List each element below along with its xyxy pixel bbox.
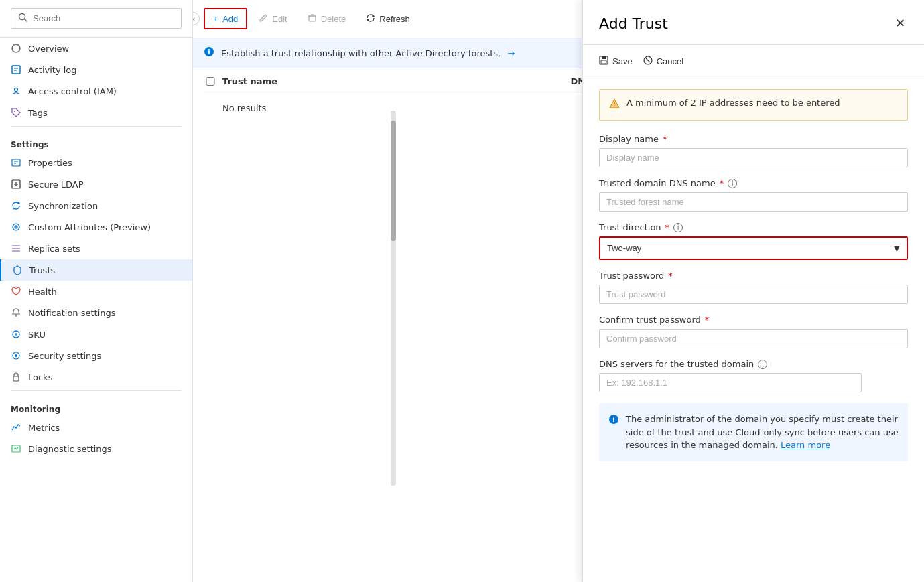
- sidebar-nav: Overview Activity log Access control (IA…: [0, 38, 192, 582]
- confirm-password-label: Confirm trust password *: [599, 315, 908, 325]
- delete-button[interactable]: Delete: [299, 9, 355, 29]
- sidebar-item-sku[interactable]: SKU: [0, 323, 192, 345]
- dns-servers-input[interactable]: [599, 373, 862, 392]
- sidebar-item-overview[interactable]: Overview: [0, 38, 192, 59]
- svg-rect-29: [602, 56, 606, 59]
- locks-icon: [11, 372, 21, 382]
- trust-password-input[interactable]: [599, 285, 908, 304]
- sidebar-label-sku: SKU: [28, 330, 46, 340]
- trusted-domain-group: Trusted domain DNS name * i: [599, 178, 908, 212]
- svg-text:i: i: [612, 416, 614, 423]
- trusted-domain-label: Trusted domain DNS name * i: [599, 178, 908, 188]
- svg-point-7: [14, 111, 15, 112]
- sidebar-item-access-control[interactable]: Access control (IAM): [0, 80, 192, 102]
- warning-banner: ! A minimum of 2 IP addresses need to be…: [599, 89, 908, 121]
- select-all-checkbox[interactable]: [204, 77, 217, 86]
- replica-icon: [11, 243, 21, 254]
- security-icon: [11, 350, 21, 361]
- sidebar-label-activity-log: Activity log: [28, 65, 77, 75]
- svg-rect-3: [12, 66, 20, 74]
- metrics-icon: [11, 422, 21, 433]
- refresh-button[interactable]: Refresh: [357, 9, 419, 29]
- edit-label: Edit: [272, 14, 287, 24]
- search-section: [0, 0, 192, 38]
- sidebar-label-security-settings: Security settings: [28, 351, 101, 361]
- search-input[interactable]: [33, 13, 174, 23]
- sidebar-item-notification-settings[interactable]: Notification settings: [0, 302, 192, 323]
- dns-servers-info-icon[interactable]: i: [758, 360, 767, 369]
- custom-icon: [11, 222, 21, 232]
- svg-rect-19: [13, 376, 19, 381]
- add-trust-panel: Add Trust ✕ Save Cancel: [582, 0, 924, 582]
- panel-save-button[interactable]: Save: [599, 53, 633, 70]
- sidebar-item-health[interactable]: Health: [0, 281, 192, 302]
- sidebar-item-replica-sets[interactable]: Replica sets: [0, 238, 192, 259]
- notif-icon: [11, 307, 21, 318]
- info-box-text: The administrator of the domain you spec…: [626, 413, 899, 452]
- svg-text:!: !: [613, 101, 616, 108]
- sidebar-item-activity-log[interactable]: Activity log: [0, 59, 192, 80]
- edit-icon: [259, 13, 268, 25]
- trust-direction-info-icon[interactable]: i: [673, 223, 683, 232]
- delete-icon: [308, 13, 317, 25]
- sidebar-item-locks[interactable]: Locks: [0, 366, 192, 388]
- sidebar-item-secure-ldap[interactable]: Secure LDAP: [0, 173, 192, 195]
- sidebar-item-custom-attributes[interactable]: Custom Attributes (Preview): [0, 216, 192, 238]
- sidebar-label-notification-settings: Notification settings: [28, 308, 116, 318]
- scrollbar-thumb[interactable]: [391, 121, 396, 241]
- sidebar-item-tags[interactable]: Tags: [0, 102, 192, 123]
- svg-point-18: [15, 354, 17, 357]
- col-trust-name-header: Trust name: [222, 76, 566, 86]
- sidebar-label-synchronization: Synchronization: [28, 201, 98, 211]
- trusted-domain-info-icon[interactable]: i: [728, 179, 737, 188]
- trusts-icon: [12, 265, 23, 275]
- settings-section-title: Settings: [0, 129, 192, 152]
- sidebar-item-diagnostic-settings[interactable]: Diagnostic settings: [0, 438, 192, 459]
- sidebar-item-trusts[interactable]: Trusts: [0, 259, 192, 281]
- settings-divider: [11, 126, 182, 127]
- warning-text: A minimum of 2 IP addresses need to be e…: [626, 98, 840, 108]
- sidebar-item-synchronization[interactable]: Synchronization: [0, 195, 192, 216]
- sidebar: Overview Activity log Access control (IA…: [0, 0, 193, 582]
- monitoring-divider: [11, 390, 182, 391]
- sidebar-label-custom-attributes: Custom Attributes (Preview): [28, 222, 151, 232]
- panel-toolbar: Save Cancel: [583, 45, 924, 78]
- sidebar-item-security-settings[interactable]: Security settings: [0, 345, 192, 366]
- confirm-password-required: *: [705, 315, 710, 325]
- trusted-domain-input[interactable]: [599, 192, 908, 212]
- trust-direction-select[interactable]: Two-way One-way: incoming One-way: outgo…: [600, 238, 907, 259]
- svg-rect-8: [12, 159, 20, 166]
- properties-icon: [11, 157, 21, 168]
- display-name-required: *: [663, 134, 667, 144]
- display-name-input[interactable]: [599, 148, 908, 167]
- diagnostic-icon: [11, 443, 21, 454]
- confirm-password-input[interactable]: [599, 329, 908, 348]
- search-icon: [18, 13, 27, 24]
- info-banner-icon: i: [204, 46, 214, 60]
- search-box[interactable]: [11, 8, 182, 29]
- svg-rect-30: [601, 60, 606, 64]
- edit-button[interactable]: Edit: [250, 9, 295, 29]
- sidebar-item-metrics[interactable]: Metrics: [0, 417, 192, 438]
- save-icon: [599, 56, 608, 67]
- cancel-icon: [643, 56, 653, 67]
- delete-label: Delete: [321, 14, 346, 24]
- sidebar-label-metrics: Metrics: [28, 423, 60, 433]
- trusted-domain-required: *: [720, 178, 724, 188]
- sidebar-label-properties: Properties: [28, 158, 72, 168]
- learn-more-link[interactable]: Learn more: [781, 440, 830, 450]
- trust-password-group: Trust password *: [599, 271, 908, 304]
- panel-close-button[interactable]: ✕: [893, 13, 908, 33]
- add-icon: +: [213, 13, 218, 24]
- add-button[interactable]: + Add: [204, 8, 247, 29]
- sidebar-label-overview: Overview: [28, 44, 69, 54]
- sidebar-item-properties[interactable]: Properties: [0, 152, 192, 173]
- iam-icon: [11, 86, 21, 96]
- confirm-password-group: Confirm trust password *: [599, 315, 908, 348]
- sidebar-label-access-control: Access control (IAM): [28, 86, 117, 96]
- sync-icon: [11, 200, 21, 211]
- panel-cancel-button[interactable]: Cancel: [643, 53, 683, 70]
- sidebar-label-trusts: Trusts: [29, 265, 55, 275]
- svg-rect-21: [309, 16, 316, 21]
- health-icon: [11, 286, 21, 297]
